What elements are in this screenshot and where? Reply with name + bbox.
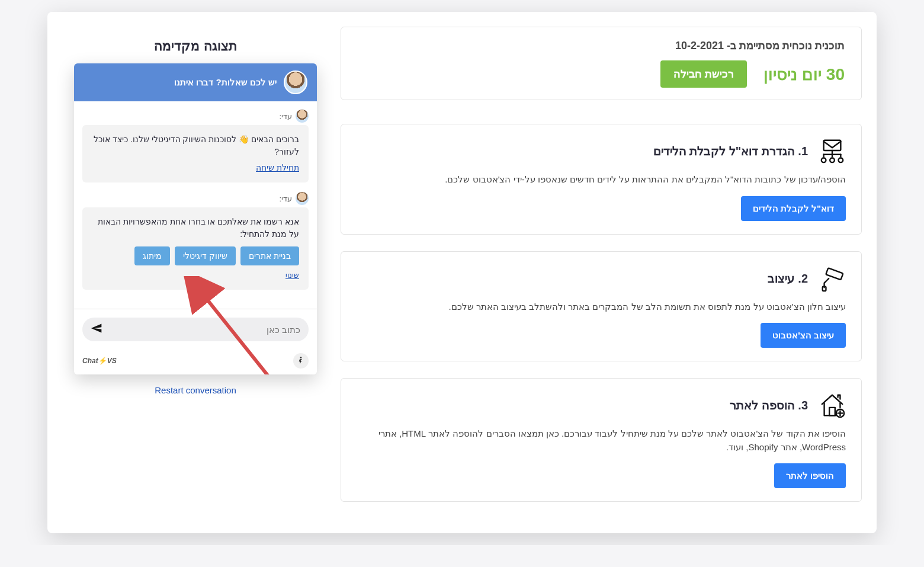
message-author: עדי: (82, 192, 309, 205)
step-description: עיצוב חלון הצ'אטבוט על מנת לתפוס את תשומ… (357, 300, 846, 314)
step-title: 1. הגדרת דוא"ל לקבלת הלידים (653, 144, 808, 158)
accessibility-icon[interactable] (293, 353, 309, 369)
chat-text-input[interactable] (108, 325, 300, 335)
preview-heading: תצוגה מקדימה (62, 39, 329, 54)
message-author: עדי: (82, 110, 309, 123)
chat-widget: יש לכם שאלות? דברו איתנו עדי: ברוכים הבא… (74, 63, 317, 374)
start-chat-link[interactable]: תחילת שיחה (256, 162, 299, 174)
step-card-install: 3. הוספה לאתר הוסיפו את הקוד של הצ'אטבוט… (341, 378, 862, 502)
trial-days-label: 30 יום ניסיון (763, 65, 845, 84)
send-icon[interactable] (91, 322, 102, 337)
brand-label: Chat⚡VS (82, 357, 117, 365)
step-card-email: 1. הגדרת דוא"ל לקבלת הלידים הוספה/עדכון … (341, 124, 862, 235)
paint-roller-icon (819, 265, 846, 292)
plan-expiry-text: תוכנית נוכחית מסתיימת ב- 10-2-2021 (358, 39, 845, 52)
preview-column: תצוגה מקדימה יש לכם שאלות? דברו איתנו עד… (62, 27, 329, 518)
svg-point-6 (822, 158, 826, 163)
step-title: 2. עיצוב (768, 271, 808, 286)
dashboard: תוכנית נוכחית מסתיימת ב- 10-2-2021 30 יו… (47, 12, 877, 533)
agent-avatar-small (296, 192, 309, 205)
change-options-link[interactable]: שינוי (285, 270, 299, 281)
chat-header: יש לכם שאלות? דברו איתנו (74, 63, 317, 101)
svg-point-8 (839, 158, 843, 163)
restart-conversation-link[interactable]: Restart conversation (62, 385, 329, 395)
house-add-icon (819, 392, 846, 419)
main-column: תוכנית נוכחית מסתיימת ב- 10-2-2021 30 יו… (341, 27, 862, 518)
svg-rect-0 (824, 140, 841, 150)
chat-footer: Chat⚡VS (74, 350, 317, 374)
chat-input-bar (82, 318, 309, 341)
options-message: אנא רשמו את שאלתכם או בחרו אחת מהאפשרויו… (82, 207, 309, 290)
agent-name: עדי: (279, 194, 292, 203)
buy-package-button[interactable]: רכישת חבילה (660, 60, 747, 88)
chat-body: עדי: ברוכים הבאים 👋 לסוכנות השיווק הדיגי… (74, 101, 317, 309)
agent-avatar-small (296, 110, 309, 123)
chat-header-text: יש לכם שאלות? דברו איתנו (174, 77, 277, 88)
plan-banner: תוכנית נוכחית מסתיימת ב- 10-2-2021 30 יו… (341, 27, 862, 100)
mail-distribution-icon (819, 137, 846, 165)
svg-rect-10 (823, 286, 826, 291)
chat-input-area (74, 309, 317, 350)
step-description: הוספה/עדכון של כתובות הדוא"ל המקבלים את … (357, 173, 846, 187)
quick-reply-chips: בניית אתרים שיווק דיגיטלי מיתוג (92, 246, 299, 265)
welcome-message: ברוכים הבאים 👋 לסוכנות השיווק הדיגיטלי ש… (82, 125, 309, 182)
agent-name: עדי: (279, 112, 292, 121)
add-to-site-button[interactable]: הוסיפו לאתר (774, 463, 846, 488)
agent-avatar (284, 71, 307, 94)
svg-rect-11 (829, 408, 835, 415)
svg-point-16 (300, 357, 302, 358)
chip-websites[interactable]: בניית אתרים (240, 246, 299, 265)
message-text: ברוכים הבאים 👋 לסוכנות השיווק הדיגיטלי ש… (94, 134, 299, 156)
chip-marketing[interactable]: שיווק דיגיטלי (175, 246, 236, 265)
leads-email-button[interactable]: דוא"ל לקבלת הלידים (741, 196, 846, 221)
step-card-design: 2. עיצוב עיצוב חלון הצ'אטבוט על מנת לתפו… (341, 251, 862, 362)
step-description: הוסיפו את הקוד של הצ'אטבוט לאתר שלכם על … (357, 427, 846, 454)
design-chatbot-button[interactable]: עיצוב הצ'אטבוט (761, 323, 846, 348)
svg-point-7 (830, 158, 835, 163)
chip-branding[interactable]: מיתוג (134, 246, 170, 265)
message-text: אנא רשמו את שאלתכם או בחרו אחת מהאפשרויו… (98, 217, 299, 239)
step-title: 3. הוספה לאתר (730, 398, 808, 412)
plan-row: 30 יום ניסיון רכישת חבילה (358, 60, 845, 88)
